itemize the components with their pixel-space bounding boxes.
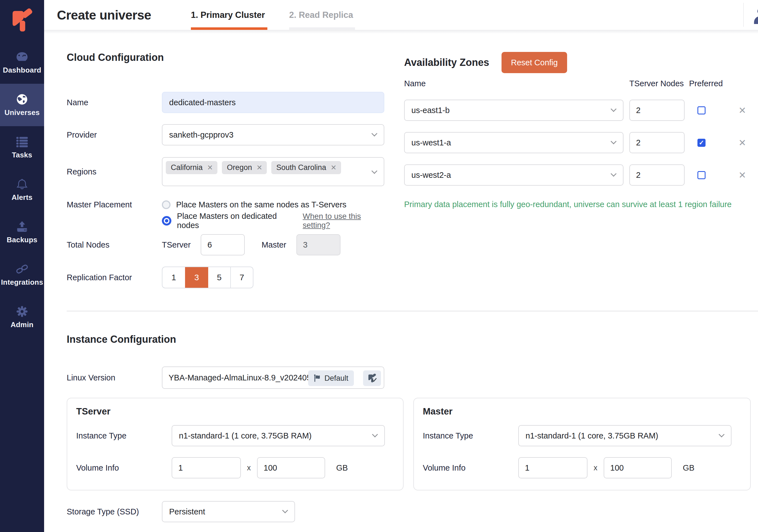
remove-region-icon[interactable]: ✕ xyxy=(257,163,262,172)
cloud-configuration-heading: Cloud Configuration xyxy=(67,52,385,63)
rf-option-3[interactable]: 3 xyxy=(185,267,208,288)
az-nodes-input[interactable] xyxy=(629,132,685,153)
az-nodes-input[interactable] xyxy=(629,164,685,186)
master-panel: Master Instance Type n1-standard-1 (1 co… xyxy=(413,398,751,490)
linux-version-value: YBA-Managed-AlmaLinux-8.9_v20240515 xyxy=(169,373,320,382)
tserver-nodes-input[interactable] xyxy=(201,234,245,255)
radio-masters-same-nodes[interactable]: Place Masters on the same nodes as T-Ser… xyxy=(162,197,385,212)
tserver-panel: TServer Instance Type n1-standard-1 (1 c… xyxy=(67,398,403,490)
volume-info-label: Volume Info xyxy=(76,463,172,473)
preferred-checkbox[interactable]: ✓ xyxy=(698,106,706,115)
az-row: us-west2-a ✓ ✕ xyxy=(404,164,753,186)
tserver-instance-type-select[interactable]: n1-standard-1 (1 core, 3.75GB RAM) xyxy=(172,425,385,446)
flag-icon xyxy=(314,374,321,382)
chevron-down-icon xyxy=(372,432,378,437)
regions-label: Regions xyxy=(67,167,162,176)
radio-masters-dedicated-nodes[interactable]: Place Masters on dedicated nodes When to… xyxy=(162,214,385,228)
provider-label: Provider xyxy=(67,130,162,140)
alerts-icon xyxy=(15,178,29,191)
remove-zone-icon[interactable]: ✕ xyxy=(739,138,746,147)
sidebar-item-tasks[interactable]: Tasks xyxy=(0,126,44,169)
master-panel-title: Master xyxy=(423,406,741,417)
master-volume-size-input[interactable] xyxy=(604,457,672,479)
az-nodes-input[interactable] xyxy=(629,100,685,121)
sidebar-item-universes[interactable]: Universes xyxy=(0,84,44,126)
storage-type-row: Storage Type (SSD) Persistent xyxy=(67,501,385,522)
universe-name-input[interactable] xyxy=(162,92,384,113)
rf-option-1[interactable]: 1 xyxy=(162,267,185,288)
availability-zones-section: Availability Zones Reset Config Name TSe… xyxy=(404,52,753,209)
preferred-checkbox[interactable]: ✓ xyxy=(698,171,706,179)
az-col-nodes: TServer Nodes xyxy=(629,79,689,88)
region-chip-label: Oregon xyxy=(227,163,252,172)
remove-zone-icon[interactable]: ✕ xyxy=(739,106,746,115)
remove-region-icon[interactable]: ✕ xyxy=(207,163,213,172)
volume-info-label: Volume Info xyxy=(423,463,518,473)
az-col-name: Name xyxy=(404,79,629,88)
remove-zone-icon[interactable]: ✕ xyxy=(739,170,746,180)
master-placement-label: Master Placement xyxy=(67,197,162,212)
linux-version-row: Linux Version YBA-Managed-AlmaLinux-8.9_… xyxy=(67,367,385,389)
sidebar-item-label: Tasks xyxy=(12,151,32,160)
section-divider xyxy=(67,311,758,311)
master-instance-type-select[interactable]: n1-standard-1 (1 core, 3.75GB RAM) xyxy=(518,425,732,446)
az-zone-select[interactable]: us-west1-a xyxy=(404,132,624,153)
region-chip-label: California xyxy=(171,163,203,172)
sidebar-item-backups[interactable]: Backups xyxy=(0,211,44,253)
sidebar-item-integrations[interactable]: Integrations xyxy=(0,253,44,296)
tab-primary-cluster[interactable]: 1. Primary Cluster xyxy=(191,0,267,30)
radio-icon xyxy=(162,200,171,209)
chevron-down-icon xyxy=(371,168,377,174)
yugabyte-logo[interactable] xyxy=(0,0,44,41)
cloud-configuration-section: Cloud Configuration Name Provider sanket… xyxy=(67,52,385,288)
when-to-use-link[interactable]: When to use this setting? xyxy=(303,212,385,230)
volume-unit-label: GB xyxy=(683,463,695,473)
storage-type-select[interactable]: Persistent xyxy=(162,501,295,522)
rf-option-5[interactable]: 5 xyxy=(208,267,230,288)
az-zone-select[interactable]: us-east1-b xyxy=(404,100,624,121)
chevron-down-icon xyxy=(371,131,377,136)
volume-times-label: x xyxy=(247,464,251,472)
linux-version-select[interactable]: YBA-Managed-AlmaLinux-8.9_v20240515 Defa… xyxy=(162,367,384,389)
az-zone-select[interactable]: us-west2-a xyxy=(404,164,624,186)
chevron-down-icon xyxy=(611,138,616,144)
sidebar-item-alerts[interactable]: Alerts xyxy=(0,169,44,211)
tserver-volume-size-input[interactable] xyxy=(257,457,325,479)
tserver-panel-title: TServer xyxy=(76,406,394,417)
linux-version-label: Linux Version xyxy=(67,373,162,382)
yb-version-icon[interactable] xyxy=(363,371,381,386)
reset-config-button[interactable]: Reset Config xyxy=(501,52,568,73)
sidebar: Dashboard Universes Tasks xyxy=(0,0,44,532)
master-count-label: Master xyxy=(261,240,286,250)
universes-icon xyxy=(15,93,29,106)
radio-label: Place Masters on dedicated nodes xyxy=(177,212,293,230)
replication-factor-group: 1 3 5 7 xyxy=(162,266,254,288)
provider-select[interactable]: sanketh-gcpprov3 xyxy=(162,124,384,145)
tserver-volume-count-input[interactable] xyxy=(172,457,241,479)
chevron-down-icon xyxy=(282,508,288,513)
provider-value: sanketh-gcpprov3 xyxy=(169,130,234,140)
sidebar-item-dashboard[interactable]: Dashboard xyxy=(0,41,44,84)
regions-multiselect[interactable]: California ✕ Oregon ✕ South Carolina ✕ xyxy=(162,157,384,186)
user-avatar-icon[interactable] xyxy=(752,7,758,23)
instance-type-label: Instance Type xyxy=(423,431,518,441)
sidebar-item-label: Admin xyxy=(11,320,33,329)
az-col-preferred: Preferred xyxy=(689,79,723,88)
storage-type-label: Storage Type (SSD) xyxy=(67,507,162,516)
instance-configuration-heading: Instance Configuration xyxy=(67,334,176,345)
sidebar-item-label: Backups xyxy=(7,235,37,244)
name-label: Name xyxy=(67,98,162,107)
rf-option-7[interactable]: 7 xyxy=(230,267,253,288)
preferred-checkbox[interactable]: ✓ xyxy=(698,139,706,147)
header-divider xyxy=(743,3,744,27)
sidebar-item-admin[interactable]: Admin xyxy=(0,296,44,338)
default-badge-label: Default xyxy=(324,374,348,383)
instance-type-label: Instance Type xyxy=(76,431,172,441)
az-column-headers: Name TServer Nodes Preferred xyxy=(404,79,753,89)
sidebar-item-label: Integrations xyxy=(1,278,43,287)
backups-icon xyxy=(15,220,29,233)
storage-type-value: Persistent xyxy=(169,507,205,516)
tab-read-replica[interactable]: 2. Read Replica xyxy=(289,0,355,30)
master-volume-count-input[interactable] xyxy=(518,457,587,479)
remove-region-icon[interactable]: ✕ xyxy=(331,163,337,172)
